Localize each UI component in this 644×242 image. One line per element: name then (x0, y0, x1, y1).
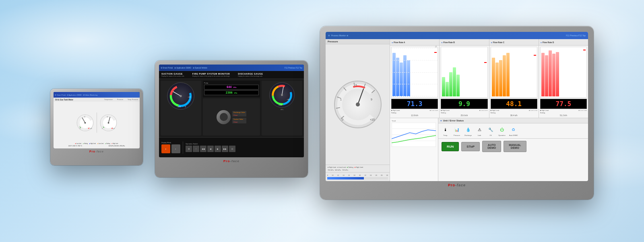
manual-demo-button[interactable]: MANUALDEMO (504, 141, 526, 152)
med-ffwd-btn[interactable]: ▶▶ (222, 146, 228, 152)
svg-text:0: 0 (342, 118, 343, 121)
flow-d-reading: 77.5 (540, 99, 587, 109)
small-pressure-gauge: 0 ×10 50 (99, 114, 118, 132)
flow-c-legend: ■ High Limit■ Low Limit (491, 109, 537, 111)
small-temp-gauge: 0 100 50 (76, 114, 94, 132)
small-header-edition: ⊕ Edition Monitoring (83, 94, 97, 96)
svg-point-47 (356, 102, 360, 106)
med-main-content: -100 0 ×10 Pump 644 (159, 79, 304, 137)
med-engine-btn[interactable]: ⚙ (186, 146, 192, 152)
med-valve-info: Discharge Valve Close Suction Valve Clos… (232, 111, 246, 123)
flow-d-header: ● Flow Rate D (539, 39, 588, 45)
flow-a-legend: ■ High Limit■ Low Limit (391, 109, 438, 111)
small-header-portal: ⚙ Smart Portal (55, 94, 66, 96)
flow-rate-b-panel: 9.9 ■ High Limit■ Low Limit Setting 25.6… (440, 46, 489, 118)
svg-text:×10: ×10 (113, 127, 115, 129)
unit-temp-icon: 🌡 Temp. (442, 125, 450, 136)
svg-point-5 (84, 122, 86, 123)
large-header-right: F11 Previous F12 Top (566, 34, 586, 37)
discharge-unit: kPa (281, 109, 283, 111)
flow-a-reading: 71.3 (391, 99, 438, 109)
small-title-text: Oil & Gas Tank Meter (55, 99, 73, 101)
svg-point-14 (107, 122, 109, 123)
med-suction-panel: -100 0 ×10 (161, 81, 201, 136)
timeline-labels: 8 10 12 14 16 18 20 22 24 26 28 30 (327, 174, 388, 176)
med-header: ⚙ Smart Portal ⊕ Application DEMO ⊕ Spec… (159, 65, 304, 71)
large-header-process: Process Monitor ⊕ (331, 34, 348, 37)
flow-rate-d-panel: 77.5 ■ High Limit■ Low Limit Setting 51.… (539, 46, 588, 118)
large-screen-body: Pressure (326, 39, 588, 181)
large-brand: Pro-face (326, 183, 588, 187)
med-center-panel: Pump 644 kPa 2386 kPa (203, 81, 260, 136)
small-gauges-row: 0 100 50 (55, 103, 138, 142)
flow-c-setting: Setting (491, 112, 537, 114)
large-gauge-range: 700 kPa 500 kPa 700 kPa (328, 169, 388, 171)
svg-text:×10: ×10 (370, 118, 375, 121)
flow-c-chart (491, 47, 537, 98)
med-tanker-btn[interactable]: ⊡ (229, 146, 235, 152)
unit-error-title: Unit / Error Status (438, 118, 588, 123)
unit-auto-demo-icon: ♻ Auto DEMO (509, 125, 518, 136)
trend-label: Trend (392, 120, 436, 122)
svg-text:1: 1 (340, 98, 342, 101)
timeline-bar (327, 177, 388, 179)
suction-gauge-desc: Display the status of the suction side (161, 75, 184, 77)
med-header-portal: ⚙ Smart Portal (161, 67, 173, 69)
flow-b-reading: 9.9 (441, 99, 487, 109)
flow-rates-header: ● Flow Rate A ● Flow Rate B ● Flow Rate … (390, 39, 588, 46)
medium-screen: ⚙ Smart Portal ⊕ Application DEMO ⊕ Spec… (159, 65, 304, 157)
med-display-mode-label: Display Mode (161, 142, 180, 144)
flow-c-header: ● Flow Rate C (489, 39, 539, 45)
stop-button[interactable]: SToP (461, 142, 480, 151)
flow-rate-a-panel: 100 10 (390, 46, 440, 118)
med-reading-row-2: 2386 kPa (204, 90, 259, 95)
svg-text:50: 50 (84, 116, 85, 118)
med-value2: 2386 kPa (204, 90, 259, 95)
small-header-app: ⊕ Application DEMO (67, 94, 82, 96)
device-scene: ⚙ Smart Portal ⊕ Application DEMO ⊕ Edit… (0, 0, 644, 242)
med-night-btn[interactable]: ☾ (171, 144, 180, 153)
svg-text:-100: -100 (178, 106, 181, 108)
med-header-app: ⊕ Application DEMO (174, 67, 191, 69)
med-suction-valve: Suction Valve (232, 118, 246, 121)
med-reading-row-1: 644 kPa (204, 85, 259, 90)
med-operation-label: Operation Switch (186, 143, 235, 145)
flow-c-sub: 38.4 k/h (491, 114, 537, 117)
fire-pump-title: Fire Pump System Monitor (192, 73, 230, 75)
discharge-gauge-desc: Display the status of the discharge side (238, 75, 263, 77)
flow-b-sub: 25.6 k/h (441, 114, 487, 117)
svg-text:×10: ×10 (287, 98, 290, 100)
fire-pump-desc: Display the status of the pump for the s… (192, 75, 230, 77)
flow-a-header: ● Flow Rate A (390, 39, 440, 45)
flow-d-setting: Setting (540, 112, 587, 114)
unit-pressure-icon: 📊 Pressure (453, 125, 461, 136)
med-discharge-btn[interactable]: ↑ (193, 146, 199, 152)
large-pressure-title: Pressure (326, 39, 390, 44)
small-screen-body: 0 100 50 (54, 102, 140, 148)
med-suction-gauge: -100 0 ×10 (167, 82, 195, 110)
med-prev-btn[interactable]: ◀◀ (200, 146, 206, 152)
med-back-btn[interactable]: ◀ (207, 146, 214, 152)
med-mode-section: Display Mode ☀ ☾ (161, 142, 180, 153)
flow-rate-c-panel: 48.1 ■ High Limit■ Low Limit Setting 38.… (489, 46, 539, 118)
flow-d-legend: ■ High Limit■ Low Limit (540, 109, 587, 111)
large-screen: ⚙ Process Monitor ⊕ F11 Previous F12 Top… (326, 32, 588, 181)
svg-text:100: 100 (90, 127, 92, 129)
discharge-gauge-title: Discharge Gauge (238, 73, 263, 75)
med-discharge-valve: Discharge Valve (232, 111, 246, 114)
run-button[interactable]: RUN (442, 142, 459, 151)
med-fwd-btn[interactable]: ▶ (215, 146, 221, 152)
med-pump-visual: Discharge Valve Close Suction Valve Clos… (203, 98, 260, 136)
small-screen-header: ⚙ Smart Portal ⊕ Application DEMO ⊕ Edit… (54, 92, 140, 98)
flow-d-chart (540, 47, 587, 98)
med-day-btn[interactable]: ☀ (161, 144, 170, 153)
med-transport-buttons: ⚙ ↑ ◀◀ ◀ ▶ ▶▶ ⊡ (186, 146, 235, 152)
discharge-title-area: Discharge Gauge Display the status of th… (238, 73, 263, 77)
med-bottom-separator (183, 142, 183, 154)
large-status-section: Trend (390, 118, 588, 181)
auto-demo-button[interactable]: AUTODEMO (482, 141, 501, 152)
fire-pump-title-area: Fire Pump System Monitor Display the sta… (192, 73, 230, 77)
control-buttons: RUN SToP AUTODEMO MANUALDEMO (438, 138, 588, 154)
med-title-bar: Suction Gauge Display the status of the … (159, 71, 304, 79)
med-discharge-close: Close (232, 114, 246, 117)
